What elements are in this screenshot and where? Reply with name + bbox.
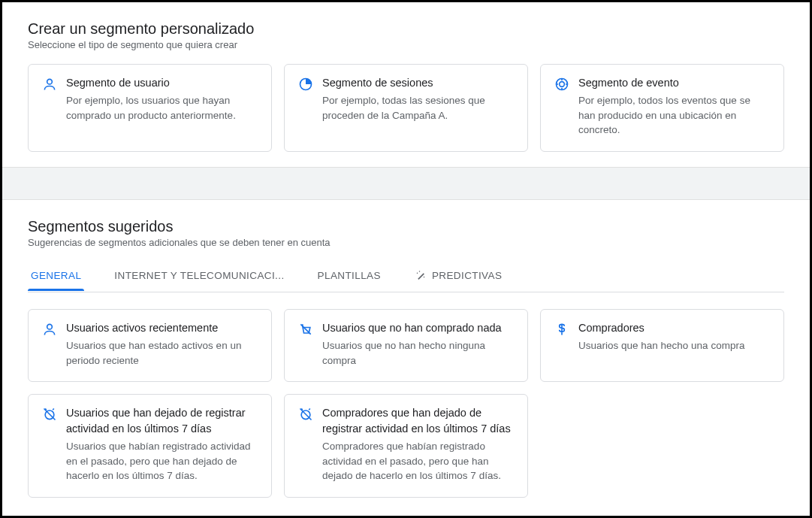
- suggested-title: Segmentos sugeridos: [28, 218, 784, 235]
- suggested-grid: Usuarios activos recientemente Usuarios …: [28, 309, 784, 498]
- card-desc: Por ejemplo, todos los eventos que se ha…: [578, 93, 770, 138]
- card-recent-active-users[interactable]: Usuarios activos recientemente Usuarios …: [28, 309, 272, 382]
- card-desc: Usuarios que habían registrado actividad…: [66, 439, 258, 483]
- no-buy-icon: [298, 322, 313, 337]
- card-title: Usuarios activos recientemente: [66, 320, 258, 335]
- card-user-segment[interactable]: Segmento de usuario Por ejemplo, los usu…: [28, 64, 272, 152]
- alarm-off-icon: [298, 407, 313, 422]
- card-desc: Usuarios que no han hecho ninguna compra: [322, 338, 514, 368]
- session-icon: [298, 77, 313, 92]
- person-icon: [42, 322, 57, 337]
- tab-label: INTERNET Y TELECOMUNICACI...: [114, 270, 284, 281]
- card-session-segment[interactable]: Segmento de sesiones Por ejemplo, todas …: [284, 64, 528, 152]
- section-divider: [2, 167, 810, 200]
- suggested-tabs: GENERAL INTERNET Y TELECOMUNICACI... PLA…: [28, 262, 784, 292]
- alarm-off-icon: [42, 407, 57, 422]
- card-non-purchasers[interactable]: Usuarios que no han comprado nada Usuari…: [284, 309, 528, 382]
- card-purchasers[interactable]: Compradores Usuarios que han hecho una c…: [540, 309, 784, 382]
- card-title: Segmento de sesiones: [322, 75, 514, 90]
- event-icon: [554, 77, 569, 92]
- svg-point-0: [47, 79, 53, 84]
- dollar-icon: [554, 322, 569, 337]
- suggested-segment-section: Segmentos sugeridos Sugerencias de segme…: [2, 200, 810, 513]
- tab-predictive[interactable]: PREDICTIVAS: [411, 262, 505, 292]
- card-title: Segmento de usuario: [66, 75, 258, 90]
- card-desc: Usuarios que han hecho una compra: [578, 338, 770, 353]
- card-title: Compradores que han dejado de registrar …: [322, 405, 514, 436]
- tab-internet-telecom[interactable]: INTERNET Y TELECOMUNICACI...: [111, 262, 287, 290]
- card-title: Compradores: [578, 320, 770, 335]
- card-title: Usuarios que no han comprado nada: [322, 320, 514, 335]
- tab-label: PREDICTIVAS: [432, 270, 502, 281]
- card-desc: Compradores que habían registrado activi…: [322, 439, 514, 483]
- person-icon: [42, 77, 57, 92]
- tab-label: PLANTILLAS: [318, 270, 381, 281]
- suggested-subtitle: Sugerencias de segmentos adicionales que…: [28, 237, 784, 248]
- custom-segment-section: Crear un segmento personalizado Seleccio…: [2, 2, 810, 167]
- tab-templates[interactable]: PLANTILLAS: [315, 262, 384, 290]
- svg-point-7: [47, 324, 53, 329]
- custom-segment-title: Crear un segmento personalizado: [28, 20, 784, 38]
- tab-general[interactable]: GENERAL: [28, 262, 84, 290]
- custom-card-row: Segmento de usuario Por ejemplo, los usu…: [28, 64, 784, 152]
- tab-label: GENERAL: [31, 270, 81, 281]
- card-inactive-users-7d[interactable]: Usuarios que han dejado de registrar act…: [28, 394, 272, 497]
- custom-segment-subtitle: Seleccione el tipo de segmento que quier…: [28, 39, 784, 50]
- card-title: Segmento de evento: [578, 75, 770, 90]
- svg-point-3: [560, 82, 565, 87]
- svg-point-4: [417, 272, 418, 274]
- card-inactive-purchasers-7d[interactable]: Compradores que han dejado de registrar …: [284, 394, 528, 497]
- card-desc: Usuarios que han estado activos en un pe…: [66, 338, 258, 368]
- card-event-segment[interactable]: Segmento de evento Por ejemplo, todos lo…: [540, 64, 784, 152]
- card-title: Usuarios que han dejado de registrar act…: [66, 405, 258, 436]
- wand-icon: [414, 269, 427, 283]
- svg-point-5: [419, 271, 421, 272]
- card-desc: Por ejemplo, los usuarios que hayan comp…: [66, 93, 258, 123]
- card-desc: Por ejemplo, todas las sesiones que proc…: [322, 93, 514, 123]
- svg-point-6: [424, 277, 425, 278]
